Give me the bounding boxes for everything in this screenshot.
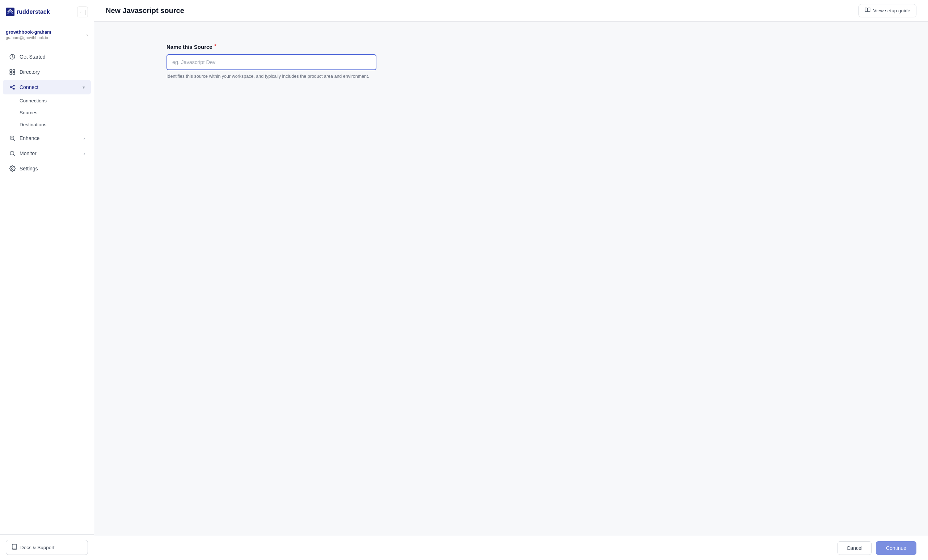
monitor-label: Monitor [20, 151, 80, 156]
grid-icon [9, 68, 16, 76]
field-label-text: Name this Source [166, 44, 212, 50]
sidebar-footer: Docs & Support [0, 534, 94, 560]
get-started-label: Get Started [20, 54, 85, 60]
svg-rect-5 [13, 73, 15, 75]
cancel-button[interactable]: Cancel [838, 541, 872, 555]
workspace-name: growthbook-graham [6, 29, 51, 35]
settings-label: Settings [20, 166, 85, 172]
sidebar-item-destinations[interactable]: Destinations [20, 119, 91, 130]
sidebar-item-enhance[interactable]: Enhance › [3, 131, 91, 145]
connect-label: Connect [20, 84, 79, 90]
workspace-info-text: growthbook-graham graham@growthbook.io [6, 29, 51, 40]
svg-line-12 [14, 139, 15, 141]
page-title: New Javascript source [106, 6, 184, 15]
sidebar-item-connect[interactable]: Connect ▾ [3, 80, 91, 94]
svg-line-16 [14, 154, 15, 156]
form-area: Name this Source * Identifies this sourc… [94, 22, 928, 536]
gear-icon [9, 165, 16, 172]
sidebar-header: rudderstack ←| [0, 0, 94, 24]
sidebar-item-sources[interactable]: Sources [20, 107, 91, 118]
nav-list: Get Started Directory [0, 45, 94, 534]
sidebar-item-settings[interactable]: Settings [3, 161, 91, 176]
svg-rect-4 [10, 73, 12, 75]
sidebar: rudderstack ←| growthbook-graham graham@… [0, 0, 94, 560]
svg-point-17 [12, 168, 14, 170]
svg-rect-0 [6, 8, 14, 16]
enhance-label: Enhance [20, 135, 80, 141]
sidebar-item-directory[interactable]: Directory [3, 65, 91, 79]
sidebar-item-connections[interactable]: Connections [20, 95, 91, 107]
main-footer: Cancel Continue [94, 536, 928, 560]
main-header: New Javascript source View setup guide [94, 0, 928, 22]
main-content: New Javascript source View setup guide N… [94, 0, 928, 560]
continue-button[interactable]: Continue [876, 541, 916, 555]
connect-icon [9, 84, 16, 91]
logo-text: rudderstack [17, 9, 50, 15]
logo-icon [6, 8, 14, 16]
enhance-chevron-right-icon: › [84, 135, 85, 141]
monitor-icon [9, 150, 16, 157]
sidebar-collapse-button[interactable]: ←| [77, 6, 88, 17]
setup-guide-label: View setup guide [873, 8, 910, 14]
connect-submenu: Connections Sources Destinations [0, 95, 94, 130]
source-name-input[interactable] [166, 54, 376, 70]
book-open-icon [865, 7, 870, 14]
monitor-chevron-right-icon: › [84, 151, 85, 156]
main-body: Name this Source * Identifies this sourc… [94, 22, 928, 536]
logo: rudderstack [6, 8, 50, 16]
svg-rect-3 [13, 70, 15, 71]
required-star: * [214, 43, 217, 50]
input-hint: Identifies this source within your works… [166, 73, 376, 80]
svg-line-9 [11, 86, 14, 87]
svg-line-10 [11, 88, 14, 89]
view-setup-guide-button[interactable]: View setup guide [858, 4, 916, 17]
enhance-icon [9, 135, 16, 142]
sidebar-item-get-started[interactable]: Get Started [3, 50, 91, 64]
directory-label: Directory [20, 69, 85, 75]
connect-chevron-down-icon: ▾ [82, 85, 85, 90]
book-icon [11, 544, 17, 551]
docs-support-button[interactable]: Docs & Support [6, 540, 88, 555]
svg-rect-2 [10, 70, 12, 71]
clock-icon [9, 53, 16, 61]
workspace-email: graham@growthbook.io [6, 35, 51, 40]
field-label: Name this Source * [166, 43, 911, 50]
workspace-selector[interactable]: growthbook-graham graham@growthbook.io › [0, 24, 94, 45]
workspace-chevron-icon: › [86, 32, 88, 38]
docs-support-label: Docs & Support [20, 545, 55, 550]
sidebar-item-monitor[interactable]: Monitor › [3, 146, 91, 161]
